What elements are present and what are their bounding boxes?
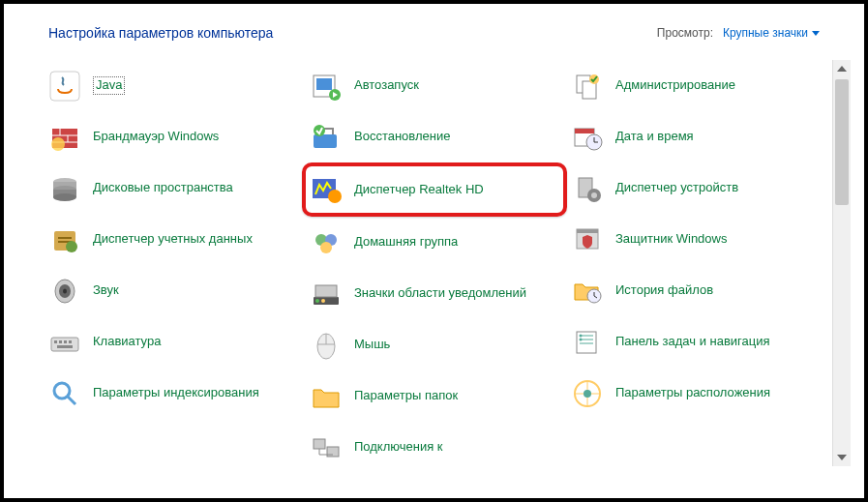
- view-value: Крупные значки: [723, 26, 808, 40]
- item-label: Звук: [93, 282, 119, 298]
- defender-icon: [571, 223, 604, 256]
- svg-point-11: [53, 193, 76, 201]
- item-label: Брандмауэр Windows: [93, 129, 219, 144]
- admin-icon: [571, 70, 604, 103]
- view-selector: Просмотр: Крупные значки: [657, 26, 820, 40]
- control-panel-item[interactable]: Автозапуск: [310, 60, 571, 111]
- firewall-icon: [48, 121, 81, 154]
- item-label: Подключения к: [354, 439, 443, 455]
- highlighted-item: Диспетчер Realtek HD: [302, 162, 567, 217]
- control-panel-item[interactable]: Диспетчер устройств: [571, 162, 832, 214]
- svg-rect-23: [69, 340, 72, 343]
- item-label: Параметры расположения: [615, 385, 770, 400]
- svg-rect-53: [575, 129, 594, 133]
- svg-point-6: [51, 137, 65, 151]
- item-label: Дата и время: [615, 129, 694, 144]
- control-panel-item[interactable]: Панель задач и навигация: [571, 316, 832, 368]
- tray-icon: [310, 278, 343, 310]
- item-label: Диспетчер Realtek HD: [354, 182, 484, 197]
- history-icon: [571, 275, 604, 308]
- storage-icon: [48, 172, 81, 205]
- credential-icon: [48, 223, 81, 256]
- location-icon: [571, 377, 604, 410]
- svg-rect-20: [54, 340, 57, 343]
- svg-rect-61: [577, 229, 598, 233]
- control-panel-item[interactable]: Значки области уведомлений: [310, 268, 571, 319]
- header-bar: Настройка параметров компьютера Просмотр…: [4, 4, 864, 54]
- control-panel-item[interactable]: Диспетчер Realtek HD: [310, 170, 554, 209]
- control-panel-window: { "header": { "title": "Настройка параме…: [0, 0, 868, 502]
- svg-rect-24: [57, 345, 73, 348]
- view-dropdown[interactable]: Крупные значки: [723, 26, 820, 40]
- svg-point-69: [580, 334, 583, 337]
- item-label: Защитник Windows: [615, 231, 727, 247]
- control-panel-item[interactable]: Диспетчер учетных данных: [48, 214, 310, 265]
- control-panel-item[interactable]: Восстановление: [310, 111, 571, 162]
- control-panel-item[interactable]: Брандмауэр Windows: [48, 111, 310, 162]
- svg-point-70: [580, 338, 583, 340]
- svg-point-59: [591, 192, 597, 198]
- recovery-icon: [310, 121, 343, 154]
- item-label: Значки области уведомлений: [354, 285, 526, 301]
- scroll-down-button[interactable]: [833, 449, 851, 466]
- control-panel-item[interactable]: Дисковые пространства: [48, 162, 310, 214]
- control-panel-item[interactable]: Параметры папок: [310, 370, 571, 422]
- item-label: Параметры папок: [354, 388, 458, 403]
- taskbar-icon: [571, 326, 604, 359]
- scroll-up-button[interactable]: [833, 60, 851, 77]
- homegroup-icon: [310, 226, 343, 259]
- control-panel-item[interactable]: Java: [48, 60, 310, 111]
- item-label: История файлов: [615, 282, 713, 298]
- arrow-up-icon: [837, 66, 847, 72]
- java-icon: [48, 70, 81, 103]
- svg-point-41: [321, 299, 325, 303]
- control-panel-item[interactable]: Звук: [48, 265, 310, 316]
- svg-line-26: [68, 397, 75, 404]
- svg-rect-0: [50, 72, 79, 101]
- item-label: Домашняя группа: [354, 234, 458, 250]
- svg-rect-13: [58, 237, 72, 239]
- sound-icon: [48, 275, 81, 308]
- autorun-icon: [310, 70, 343, 103]
- svg-rect-19: [51, 338, 78, 351]
- scroll-thumb[interactable]: [835, 79, 849, 205]
- scrollbar[interactable]: [832, 60, 851, 466]
- svg-rect-21: [59, 340, 62, 343]
- mouse-icon: [310, 329, 343, 362]
- item-label: Параметры индексирования: [93, 385, 259, 400]
- control-panel-item[interactable]: Параметры расположения: [571, 368, 832, 419]
- svg-point-15: [66, 241, 77, 252]
- page-title: Настройка параметров компьютера: [48, 25, 273, 41]
- realtek-icon: [310, 173, 343, 206]
- control-panel-item[interactable]: Клавиатура: [48, 316, 310, 368]
- control-panel-item[interactable]: История файлов: [571, 265, 832, 316]
- svg-rect-28: [316, 78, 332, 90]
- control-panel-item[interactable]: Администрирование: [571, 60, 832, 111]
- svg-rect-31: [314, 134, 337, 148]
- svg-point-37: [320, 242, 332, 253]
- view-label: Просмотр:: [657, 26, 713, 40]
- control-panel-item[interactable]: Домашняя группа: [310, 217, 571, 268]
- content-area: JavaБрандмауэр WindowsДисковые пространс…: [4, 54, 864, 466]
- control-panel-item[interactable]: Защитник Windows: [571, 214, 832, 265]
- item-label: Восстановление: [354, 129, 450, 144]
- item-label: Мышь: [354, 337, 390, 352]
- icon-grid: JavaБрандмауэр WindowsДисковые пространс…: [48, 60, 832, 466]
- folder-icon: [310, 380, 343, 413]
- control-panel-item[interactable]: Подключения к: [310, 422, 571, 473]
- item-label: Панель задач и навигация: [615, 334, 770, 349]
- datetime-icon: [571, 121, 604, 154]
- control-panel-item[interactable]: Дата и время: [571, 111, 832, 162]
- chevron-down-icon: [812, 31, 820, 36]
- device-icon: [571, 172, 604, 205]
- item-label: Клавиатура: [93, 334, 161, 349]
- column: АвтозапускВосстановлениеДиспетчер Realte…: [310, 60, 571, 466]
- item-label: Диспетчер устройств: [615, 180, 738, 195]
- item-label: Java: [93, 76, 125, 94]
- svg-rect-45: [314, 439, 325, 449]
- item-label: Дисковые пространства: [93, 180, 233, 195]
- svg-point-18: [63, 288, 67, 293]
- control-panel-item[interactable]: Параметры индексирования: [48, 368, 310, 419]
- column: JavaБрандмауэр WindowsДисковые пространс…: [48, 60, 310, 466]
- control-panel-item[interactable]: Мышь: [310, 319, 571, 370]
